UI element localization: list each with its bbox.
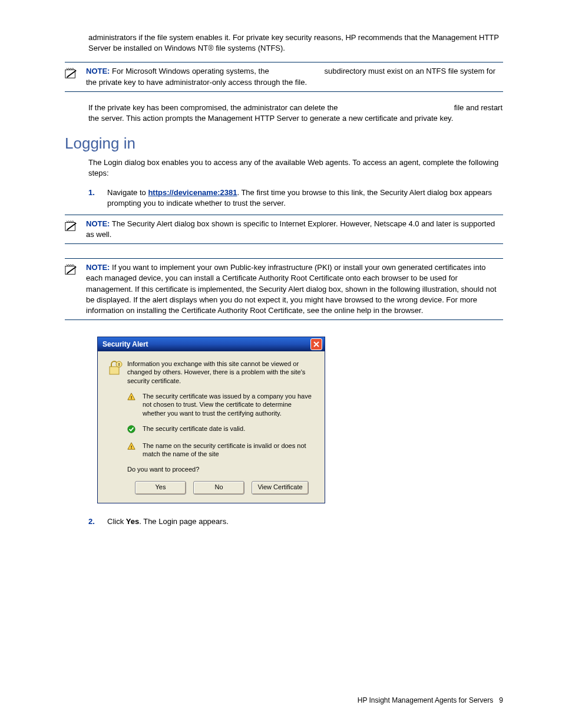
svg-rect-2 bbox=[65, 266, 75, 275]
note-icon bbox=[65, 66, 86, 87]
step-2-number: 2. bbox=[88, 516, 107, 527]
note-2: NOTE: The Security Alert dialog box show… bbox=[65, 215, 503, 244]
close-button[interactable] bbox=[310, 338, 322, 350]
svg-rect-1 bbox=[65, 222, 75, 230]
warning-icon: ! bbox=[127, 392, 143, 417]
paragraph-after-note1: If the private key has been compromised,… bbox=[88, 103, 503, 124]
security-alert-dialog: Security Alert ! Information yo bbox=[97, 337, 325, 503]
dialog-title: Security Alert bbox=[103, 340, 148, 348]
note-1: NOTE: For Microsoft Windows operating sy… bbox=[65, 62, 503, 91]
no-button[interactable]: No bbox=[193, 481, 244, 495]
note-label: NOTE: bbox=[86, 67, 110, 75]
heading-logging-in: Logging in bbox=[65, 134, 503, 153]
svg-text:!: ! bbox=[131, 444, 133, 449]
dialog-titlebar: Security Alert bbox=[98, 337, 325, 351]
step-1: 1. Navigate to https://devicename:2381. … bbox=[88, 187, 503, 209]
login-intro: The Login dialog box enables you to acce… bbox=[88, 157, 503, 179]
svg-rect-0 bbox=[65, 70, 75, 78]
svg-point-7 bbox=[128, 426, 135, 433]
note-label: NOTE: bbox=[86, 219, 110, 228]
intro-paragraph: administrators if the file system enable… bbox=[88, 32, 503, 54]
view-certificate-button[interactable]: View Certificate bbox=[252, 481, 309, 495]
note-1-text: For Microsoft Windows operating systems,… bbox=[86, 67, 495, 86]
step-1-number: 1. bbox=[88, 187, 107, 209]
yes-button[interactable]: Yes bbox=[135, 481, 186, 495]
note-3-text: If you want to implement your own Public… bbox=[86, 263, 497, 315]
dialog-item-1: The security certificate was issued by a… bbox=[143, 392, 316, 417]
dialog-proceed: Do you want to proceed? bbox=[127, 466, 316, 473]
note-label: NOTE: bbox=[86, 263, 110, 272]
note-icon bbox=[65, 262, 86, 316]
dialog-main-text: Information you exchange with this site … bbox=[127, 360, 316, 385]
dialog-item-2: The security certificate date is valid. bbox=[143, 424, 316, 434]
note-3: NOTE: If you want to implement your own … bbox=[65, 258, 503, 320]
svg-text:!: ! bbox=[131, 395, 133, 400]
note-2-text: The Security Alert dialog box shown is s… bbox=[86, 219, 495, 239]
step-2: 2. Click Yes. The Login page appears. bbox=[88, 516, 503, 527]
warning-icon: ! bbox=[127, 442, 143, 459]
svg-text:!: ! bbox=[118, 362, 120, 367]
note-icon bbox=[65, 219, 86, 240]
lock-icon: ! bbox=[106, 360, 127, 385]
page-footer: HP Insight Management Agents for Servers… bbox=[358, 696, 503, 704]
device-link[interactable]: https://devicename:2381 bbox=[148, 188, 237, 197]
dialog-item-3: The name on the security certificate is … bbox=[143, 442, 316, 459]
check-icon bbox=[127, 424, 143, 434]
svg-rect-3 bbox=[110, 367, 119, 374]
